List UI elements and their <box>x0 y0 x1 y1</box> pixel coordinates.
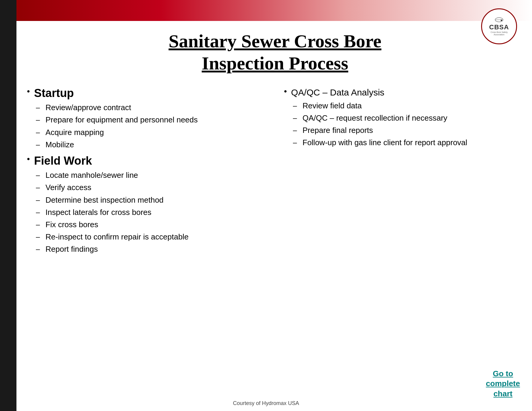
fieldwork-bullet: • Field Work <box>27 154 266 168</box>
dash-icon: – <box>36 232 42 242</box>
dash-icon: – <box>36 244 42 254</box>
startup-bullet-dot: • <box>27 87 30 95</box>
main-content: Sanitary Sewer Cross Bore Inspection Pro… <box>27 24 523 402</box>
title-line2: Inspection Process <box>202 53 348 73</box>
top-gradient-bar <box>0 0 532 21</box>
logo-graphic-icon <box>495 17 504 23</box>
list-item: – Review field data <box>293 101 523 111</box>
startup-item-4: Mobilize <box>45 139 74 150</box>
list-item: – Fix cross bores <box>36 219 266 230</box>
svg-point-2 <box>501 19 502 21</box>
title-line1: Sanitary Sewer Cross Bore <box>168 31 381 51</box>
fieldwork-label: Field Work <box>34 154 92 168</box>
list-item: – Determine best inspection method <box>36 195 266 205</box>
qa-item-1: Review field data <box>303 101 362 111</box>
list-item: – Report findings <box>36 244 266 254</box>
dash-icon: – <box>36 102 42 113</box>
list-item: – Mobilize <box>36 139 266 150</box>
fw-item-2: Verify access <box>45 182 91 193</box>
dash-icon: – <box>293 101 299 111</box>
qaqc-bullet: • QA/QC – Data Analysis <box>284 87 523 98</box>
fw-item-6: Re-inspect to confirm repair is acceptab… <box>45 232 189 242</box>
dash-icon: – <box>36 127 42 137</box>
startup-label: Startup <box>34 87 74 100</box>
right-column: • QA/QC – Data Analysis – Review field d… <box>284 87 523 259</box>
content-columns: • Startup – Review/approve contract – Pr… <box>27 87 523 259</box>
list-item: – Acquire mapping <box>36 127 266 138</box>
goto-line1: Go to <box>493 369 513 378</box>
list-item: – Prepare final reports <box>293 125 523 136</box>
goto-line3: chart <box>493 389 513 398</box>
qaqc-bullet-dot: • <box>284 87 287 95</box>
list-item: – Locate manhole/sewer line <box>36 170 266 181</box>
qa-item-3: Prepare final reports <box>303 125 373 136</box>
slide-title: Sanitary Sewer Cross Bore Inspection Pro… <box>27 30 523 75</box>
dash-icon: – <box>36 219 42 230</box>
dash-icon: – <box>293 137 299 148</box>
dash-icon: – <box>36 139 42 150</box>
fw-item-3: Determine best inspection method <box>45 195 164 205</box>
fw-item-5: Fix cross bores <box>45 219 98 230</box>
fw-item-4: Inspect laterals for cross bores <box>45 207 151 218</box>
left-border <box>0 0 16 411</box>
dash-icon: – <box>293 113 299 123</box>
fw-item-7: Report findings <box>45 244 98 254</box>
dash-icon: – <box>36 195 42 205</box>
title-text: Sanitary Sewer Cross Bore Inspection Pro… <box>27 30 523 75</box>
list-item: – Prepare for equipment and personnel ne… <box>36 115 266 125</box>
list-item: – Re-inspect to confirm repair is accept… <box>36 232 266 242</box>
dash-icon: – <box>36 182 42 192</box>
list-item: – Inspect laterals for cross bores <box>36 207 266 218</box>
dash-icon: – <box>293 125 299 135</box>
startup-sub-items: – Review/approve contract – Prepare for … <box>36 102 266 150</box>
dash-icon: – <box>36 207 42 217</box>
startup-bullet: • Startup <box>27 87 266 100</box>
left-column: • Startup – Review/approve contract – Pr… <box>27 87 266 259</box>
fieldwork-bullet-dot: • <box>27 155 30 163</box>
footer: Courtesy of Hydromax USA <box>0 400 532 407</box>
startup-item-3: Acquire mapping <box>45 127 104 138</box>
startup-item-2: Prepare for equipment and personnel need… <box>45 115 198 125</box>
list-item: – Review/approve contract <box>36 102 266 113</box>
qa-item-2: QA/QC – request recollection if necessar… <box>303 113 447 123</box>
fieldwork-sub-items: – Locate manhole/sewer line – Verify acc… <box>36 170 266 254</box>
startup-item-1: Review/approve contract <box>45 102 131 113</box>
list-item: – Follow-up with gas line client for rep… <box>293 137 523 148</box>
list-item: – QA/QC – request recollection if necess… <box>293 113 523 123</box>
qaqc-sub-items: – Review field data – QA/QC – request re… <box>293 101 523 148</box>
goto-chart-link[interactable]: Go to complete chart <box>486 369 520 399</box>
qaqc-label: QA/QC – Data Analysis <box>291 87 384 98</box>
fw-item-1: Locate manhole/sewer line <box>45 170 138 181</box>
qa-item-4: Follow-up with gas line client for repor… <box>303 137 467 148</box>
courtesy-text: Courtesy of Hydromax USA <box>233 400 299 407</box>
dash-icon: – <box>36 170 42 180</box>
list-item: – Verify access <box>36 182 266 193</box>
dash-icon: – <box>36 115 42 125</box>
goto-line2: complete <box>486 379 520 388</box>
